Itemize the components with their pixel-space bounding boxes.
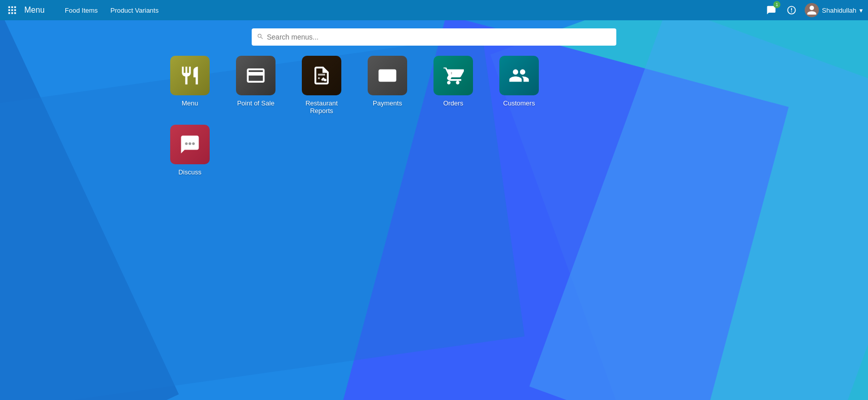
apps-row-1: Menu Point of Sale Restaurant Reports [162, 56, 868, 115]
navbar: Menu Food Items Product Variants 1 Shahi… [0, 0, 868, 20]
search-wrapper [252, 28, 616, 46]
settings-icon-button[interactable] [784, 3, 799, 17]
svg-point-15 [192, 142, 194, 145]
svg-point-14 [188, 142, 191, 145]
user-caret-icon: ▾ [859, 7, 863, 14]
app-discuss-label: Discuss [178, 168, 202, 176]
chat-icon-button[interactable]: 1 [764, 3, 778, 17]
customers-icon-box [499, 56, 539, 95]
food-items-link[interactable]: Food Items [60, 5, 103, 16]
svg-rect-2 [14, 7, 16, 8]
app-reports-label: Restaurant Reports [294, 99, 349, 115]
svg-point-9 [324, 79, 326, 81]
svg-rect-5 [14, 9, 16, 11]
svg-rect-0 [9, 7, 10, 8]
app-payments[interactable]: VISA Payments [360, 56, 415, 107]
search-container [0, 20, 868, 56]
svg-rect-7 [11, 12, 13, 14]
apps-row-2: Discuss [162, 125, 868, 176]
search-icon [257, 33, 264, 42]
pos-icon-box [236, 56, 275, 95]
app-pos[interactable]: Point of Sale [228, 56, 284, 107]
app-menu[interactable]: Menu [162, 56, 218, 107]
app-menu-label: Menu [182, 99, 199, 107]
notification-badge: 1 [773, 1, 780, 8]
app-orders[interactable]: Orders [425, 56, 481, 107]
app-pos-label: Point of Sale [237, 99, 274, 107]
app-title: Menu [24, 6, 45, 15]
reports-icon-box [302, 56, 341, 95]
svg-rect-8 [14, 12, 16, 14]
orders-icon-box [433, 56, 473, 95]
app-payments-label: Payments [373, 99, 402, 107]
svg-point-13 [185, 142, 187, 145]
app-customers[interactable]: Customers [491, 56, 547, 107]
app-customers-label: Customers [503, 99, 535, 107]
apps-grid: Menu Point of Sale Restaurant Reports [0, 56, 868, 176]
svg-text:VISA: VISA [382, 73, 395, 79]
search-input[interactable] [267, 33, 611, 41]
user-name-label: Shahidullah [822, 7, 856, 14]
svg-rect-3 [9, 9, 10, 11]
svg-rect-6 [9, 12, 10, 14]
discuss-icon-box [170, 125, 210, 164]
grid-icon[interactable] [5, 3, 19, 17]
svg-rect-1 [11, 7, 13, 8]
app-orders-label: Orders [443, 99, 463, 107]
app-discuss[interactable]: Discuss [162, 125, 218, 176]
menu-icon-box [170, 56, 210, 95]
product-variants-link[interactable]: Product Variants [105, 5, 164, 16]
nav-right: 1 Shahidullah ▾ [764, 3, 863, 17]
avatar [805, 3, 819, 17]
nav-links: Food Items Product Variants [60, 5, 759, 16]
payments-icon-box: VISA [368, 56, 407, 95]
user-menu[interactable]: Shahidullah ▾ [805, 3, 863, 17]
svg-rect-4 [11, 9, 13, 11]
app-reports[interactable]: Restaurant Reports [294, 56, 349, 115]
